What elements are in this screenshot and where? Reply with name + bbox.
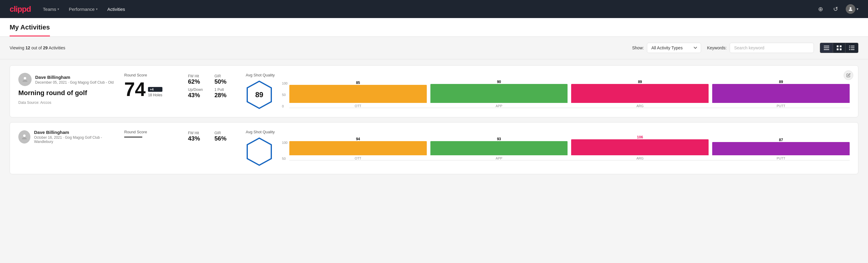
- bar-group-putt: 89 PUTT: [712, 80, 850, 108]
- bar-fill-arg: [571, 84, 709, 103]
- bar-group-ott: 85 OTT: [289, 81, 427, 108]
- svg-rect-8: [849, 46, 850, 46]
- svg-rect-5: [840, 46, 841, 47]
- bar-x-label-ott: OTT: [354, 104, 361, 108]
- show-filter-group: Show: All Activity Types: [632, 43, 701, 53]
- bar-fill-ott: [289, 85, 427, 103]
- viewing-count-text: Viewing 12 out of 29 Activities: [10, 46, 626, 50]
- bar-group-app: 93 APP: [430, 137, 568, 160]
- fw-hit-stat: FW Hit 43%: [188, 131, 210, 142]
- svg-point-16: [23, 135, 26, 137]
- avg-shot-quality-section: Avg Shot Quality 89 100 50 0: [246, 73, 850, 110]
- svg-marker-17: [247, 138, 271, 165]
- svg-point-14: [24, 77, 26, 80]
- svg-rect-3: [824, 49, 829, 50]
- round-score-section: Round Score: [124, 130, 178, 138]
- bar-x-label-ott: OTT: [354, 156, 361, 160]
- bar-group-putt: 87 PUTT: [712, 138, 850, 160]
- one-putt-label: 1 Putt: [214, 88, 236, 92]
- round-score-display: 74 +4 18 Holes: [124, 80, 178, 99]
- fw-hit-value: 62%: [188, 78, 210, 85]
- avg-shot-quality-label: Avg Shot Quality: [246, 73, 275, 77]
- gir-stat: GIR 56%: [214, 131, 236, 142]
- avg-shot-quality-label: Avg Shot Quality: [246, 130, 275, 134]
- bar-value-putt: 89: [779, 80, 783, 84]
- bar-value-app: 90: [497, 80, 501, 84]
- bar-group-ott: 94 OTT: [289, 137, 427, 160]
- user-name: Dave Billingham: [35, 75, 114, 80]
- page-header: My Activities: [0, 18, 868, 37]
- y-label-50: 50: [282, 93, 287, 96]
- round-score-label: Round Score: [124, 130, 178, 134]
- bar-group-arg: 106 ARG: [571, 135, 709, 160]
- bar-value-app: 93: [497, 137, 501, 141]
- round-score-label: Round Score: [124, 73, 178, 77]
- one-putt-value: 28%: [214, 92, 236, 99]
- svg-rect-6: [837, 49, 839, 50]
- nav-activities[interactable]: Activities: [107, 5, 125, 13]
- fw-hit-label: FW Hit: [188, 131, 210, 135]
- one-putt-stat: 1 Putt 28%: [214, 88, 236, 99]
- bar-fill-arg: [571, 139, 709, 155]
- bar-fill-app: [430, 141, 568, 155]
- chevron-down-icon: ▾: [57, 7, 59, 11]
- keyword-filter-group: Keywords:: [707, 43, 814, 53]
- bar-group-arg: 89 ARG: [571, 80, 709, 108]
- avatar: [18, 73, 32, 86]
- edit-button[interactable]: [844, 70, 853, 80]
- updown-value: 43%: [188, 92, 210, 99]
- keywords-label: Keywords:: [707, 46, 726, 50]
- gir-label: GIR: [214, 131, 236, 135]
- view-toggle-group: [820, 43, 858, 53]
- svg-point-0: [850, 7, 851, 9]
- bar-value-arg: 89: [638, 80, 642, 84]
- score-badge: +4: [148, 87, 162, 92]
- app-logo[interactable]: clippd: [10, 4, 31, 14]
- user-date: December 05, 2021 · Gog Magog Golf Club …: [35, 80, 114, 85]
- svg-rect-12: [849, 49, 850, 50]
- add-button[interactable]: ⊕: [816, 4, 825, 14]
- bar-x-label-putt: PUTT: [777, 104, 785, 108]
- fw-hit-value: 43%: [188, 135, 210, 142]
- avatar: [18, 130, 30, 144]
- activity-type-select[interactable]: All Activity Types: [647, 43, 701, 53]
- bar-fill-ott: [289, 141, 427, 155]
- chevron-down-icon: ▾: [96, 7, 98, 11]
- bar-x-label-arg: ARG: [637, 156, 644, 160]
- user-menu-button[interactable]: ▾: [846, 4, 858, 14]
- user-row: Dave Billingham October 16, 2021 · Gog M…: [18, 130, 115, 144]
- gir-value: 56%: [214, 135, 236, 142]
- nav-teams[interactable]: Teams ▾: [43, 5, 59, 13]
- avatar: [846, 4, 856, 14]
- detail-view-button[interactable]: [845, 43, 858, 53]
- svg-rect-2: [824, 48, 829, 48]
- activity-card: Dave Billingham October 16, 2021 · Gog M…: [10, 122, 858, 174]
- bar-fill-app: [430, 84, 568, 103]
- bar-chart-area: 100 50 0 85 OTT 90: [282, 75, 850, 108]
- search-input[interactable]: [730, 43, 814, 53]
- fw-hit-label: FW Hit: [188, 74, 210, 78]
- bar-fill-putt: [712, 142, 850, 155]
- navbar: clippd Teams ▾ Performance ▾ Activities …: [0, 0, 868, 18]
- bar-value-ott: 94: [356, 137, 360, 141]
- stats-section: FW Hit 62% GIR 50% Up/Down 43% 1 Putt 28…: [188, 73, 236, 99]
- activity-info: Dave Billingham December 05, 2021 · Gog …: [18, 73, 115, 105]
- svg-rect-11: [851, 48, 855, 48]
- nav-performance[interactable]: Performance ▾: [69, 5, 98, 13]
- hex-icon: [246, 137, 273, 167]
- refresh-button[interactable]: ↺: [831, 4, 840, 14]
- grid-view-button[interactable]: [833, 43, 845, 53]
- y-label-0: 0: [282, 105, 287, 108]
- gir-value: 50%: [214, 78, 236, 85]
- svg-rect-9: [851, 46, 855, 46]
- activity-card: Dave Billingham December 05, 2021 · Gog …: [10, 65, 858, 117]
- list-view-button[interactable]: [820, 43, 833, 53]
- bar-x-label-putt: PUTT: [777, 156, 785, 160]
- hex-score-display: [246, 137, 273, 167]
- bar-x-label-arg: ARG: [637, 104, 644, 108]
- svg-rect-4: [837, 46, 839, 47]
- svg-rect-7: [840, 49, 841, 50]
- hex-score-value: 89: [255, 91, 264, 99]
- bar-x-label-app: APP: [496, 104, 502, 108]
- show-label: Show:: [632, 46, 644, 50]
